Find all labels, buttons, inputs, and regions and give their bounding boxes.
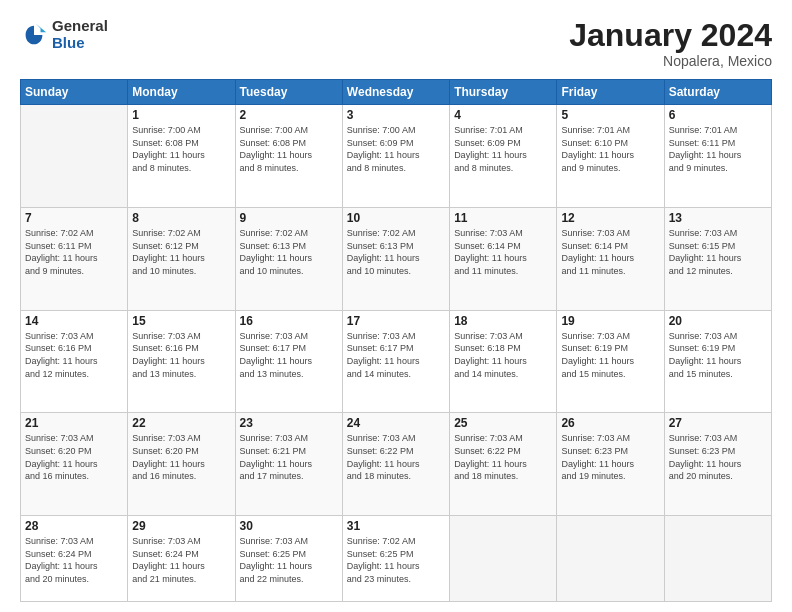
- table-row: 20Sunrise: 7:03 AM Sunset: 6:19 PM Dayli…: [664, 310, 771, 413]
- day-number: 12: [561, 211, 659, 225]
- day-info: Sunrise: 7:03 AM Sunset: 6:22 PM Dayligh…: [454, 432, 552, 482]
- day-number: 26: [561, 416, 659, 430]
- day-info: Sunrise: 7:03 AM Sunset: 6:20 PM Dayligh…: [25, 432, 123, 482]
- day-info: Sunrise: 7:00 AM Sunset: 6:09 PM Dayligh…: [347, 124, 445, 174]
- calendar-week-row: 7Sunrise: 7:02 AM Sunset: 6:11 PM Daylig…: [21, 207, 772, 310]
- day-number: 5: [561, 108, 659, 122]
- header-thursday: Thursday: [450, 80, 557, 105]
- day-info: Sunrise: 7:02 AM Sunset: 6:13 PM Dayligh…: [347, 227, 445, 277]
- table-row: [664, 516, 771, 602]
- calendar-week-row: 21Sunrise: 7:03 AM Sunset: 6:20 PM Dayli…: [21, 413, 772, 516]
- logo-general-text: General: [52, 18, 108, 35]
- calendar-location: Nopalera, Mexico: [569, 53, 772, 69]
- table-row: 25Sunrise: 7:03 AM Sunset: 6:22 PM Dayli…: [450, 413, 557, 516]
- day-number: 2: [240, 108, 338, 122]
- day-info: Sunrise: 7:03 AM Sunset: 6:19 PM Dayligh…: [669, 330, 767, 380]
- calendar-week-row: 1Sunrise: 7:00 AM Sunset: 6:08 PM Daylig…: [21, 105, 772, 208]
- table-row: 16Sunrise: 7:03 AM Sunset: 6:17 PM Dayli…: [235, 310, 342, 413]
- day-info: Sunrise: 7:02 AM Sunset: 6:12 PM Dayligh…: [132, 227, 230, 277]
- table-row: 28Sunrise: 7:03 AM Sunset: 6:24 PM Dayli…: [21, 516, 128, 602]
- table-row: 23Sunrise: 7:03 AM Sunset: 6:21 PM Dayli…: [235, 413, 342, 516]
- table-row: 31Sunrise: 7:02 AM Sunset: 6:25 PM Dayli…: [342, 516, 449, 602]
- day-info: Sunrise: 7:03 AM Sunset: 6:23 PM Dayligh…: [561, 432, 659, 482]
- day-number: 13: [669, 211, 767, 225]
- day-info: Sunrise: 7:03 AM Sunset: 6:22 PM Dayligh…: [347, 432, 445, 482]
- weekday-header-row: Sunday Monday Tuesday Wednesday Thursday…: [21, 80, 772, 105]
- day-info: Sunrise: 7:03 AM Sunset: 6:17 PM Dayligh…: [240, 330, 338, 380]
- day-info: Sunrise: 7:00 AM Sunset: 6:08 PM Dayligh…: [132, 124, 230, 174]
- logo: General Blue: [20, 18, 108, 51]
- page: General Blue January 2024 Nopalera, Mexi…: [0, 0, 792, 612]
- table-row: 1Sunrise: 7:00 AM Sunset: 6:08 PM Daylig…: [128, 105, 235, 208]
- calendar-title: January 2024: [569, 18, 772, 53]
- logo-blue-text: Blue: [52, 35, 108, 52]
- day-number: 14: [25, 314, 123, 328]
- table-row: 21Sunrise: 7:03 AM Sunset: 6:20 PM Dayli…: [21, 413, 128, 516]
- day-number: 10: [347, 211, 445, 225]
- day-info: Sunrise: 7:00 AM Sunset: 6:08 PM Dayligh…: [240, 124, 338, 174]
- day-info: Sunrise: 7:03 AM Sunset: 6:25 PM Dayligh…: [240, 535, 338, 585]
- day-info: Sunrise: 7:01 AM Sunset: 6:10 PM Dayligh…: [561, 124, 659, 174]
- table-row: 9Sunrise: 7:02 AM Sunset: 6:13 PM Daylig…: [235, 207, 342, 310]
- day-number: 8: [132, 211, 230, 225]
- day-number: 19: [561, 314, 659, 328]
- header-sunday: Sunday: [21, 80, 128, 105]
- table-row: 3Sunrise: 7:00 AM Sunset: 6:09 PM Daylig…: [342, 105, 449, 208]
- table-row: 17Sunrise: 7:03 AM Sunset: 6:17 PM Dayli…: [342, 310, 449, 413]
- table-row: 22Sunrise: 7:03 AM Sunset: 6:20 PM Dayli…: [128, 413, 235, 516]
- day-number: 9: [240, 211, 338, 225]
- table-row: 10Sunrise: 7:02 AM Sunset: 6:13 PM Dayli…: [342, 207, 449, 310]
- day-number: 20: [669, 314, 767, 328]
- table-row: 30Sunrise: 7:03 AM Sunset: 6:25 PM Dayli…: [235, 516, 342, 602]
- day-info: Sunrise: 7:01 AM Sunset: 6:11 PM Dayligh…: [669, 124, 767, 174]
- table-row: 12Sunrise: 7:03 AM Sunset: 6:14 PM Dayli…: [557, 207, 664, 310]
- day-info: Sunrise: 7:03 AM Sunset: 6:14 PM Dayligh…: [561, 227, 659, 277]
- day-number: 1: [132, 108, 230, 122]
- table-row: 29Sunrise: 7:03 AM Sunset: 6:24 PM Dayli…: [128, 516, 235, 602]
- header-saturday: Saturday: [664, 80, 771, 105]
- day-info: Sunrise: 7:02 AM Sunset: 6:25 PM Dayligh…: [347, 535, 445, 585]
- day-number: 15: [132, 314, 230, 328]
- day-info: Sunrise: 7:02 AM Sunset: 6:11 PM Dayligh…: [25, 227, 123, 277]
- day-number: 7: [25, 211, 123, 225]
- table-row: 2Sunrise: 7:00 AM Sunset: 6:08 PM Daylig…: [235, 105, 342, 208]
- calendar-table: Sunday Monday Tuesday Wednesday Thursday…: [20, 79, 772, 602]
- table-row: 5Sunrise: 7:01 AM Sunset: 6:10 PM Daylig…: [557, 105, 664, 208]
- day-info: Sunrise: 7:03 AM Sunset: 6:16 PM Dayligh…: [132, 330, 230, 380]
- table-row: 14Sunrise: 7:03 AM Sunset: 6:16 PM Dayli…: [21, 310, 128, 413]
- day-number: 6: [669, 108, 767, 122]
- day-number: 22: [132, 416, 230, 430]
- calendar-week-row: 28Sunrise: 7:03 AM Sunset: 6:24 PM Dayli…: [21, 516, 772, 602]
- day-info: Sunrise: 7:03 AM Sunset: 6:14 PM Dayligh…: [454, 227, 552, 277]
- table-row: 18Sunrise: 7:03 AM Sunset: 6:18 PM Dayli…: [450, 310, 557, 413]
- day-number: 16: [240, 314, 338, 328]
- table-row: 27Sunrise: 7:03 AM Sunset: 6:23 PM Dayli…: [664, 413, 771, 516]
- day-number: 24: [347, 416, 445, 430]
- day-number: 3: [347, 108, 445, 122]
- table-row: [21, 105, 128, 208]
- header: General Blue January 2024 Nopalera, Mexi…: [20, 18, 772, 69]
- day-info: Sunrise: 7:02 AM Sunset: 6:13 PM Dayligh…: [240, 227, 338, 277]
- day-info: Sunrise: 7:03 AM Sunset: 6:16 PM Dayligh…: [25, 330, 123, 380]
- logo-text: General Blue: [52, 18, 108, 51]
- day-number: 4: [454, 108, 552, 122]
- logo-icon: [20, 21, 48, 49]
- header-monday: Monday: [128, 80, 235, 105]
- calendar-week-row: 14Sunrise: 7:03 AM Sunset: 6:16 PM Dayli…: [21, 310, 772, 413]
- day-info: Sunrise: 7:03 AM Sunset: 6:19 PM Dayligh…: [561, 330, 659, 380]
- day-number: 21: [25, 416, 123, 430]
- day-number: 11: [454, 211, 552, 225]
- day-number: 29: [132, 519, 230, 533]
- table-row: 24Sunrise: 7:03 AM Sunset: 6:22 PM Dayli…: [342, 413, 449, 516]
- table-row: [450, 516, 557, 602]
- day-number: 18: [454, 314, 552, 328]
- table-row: 8Sunrise: 7:02 AM Sunset: 6:12 PM Daylig…: [128, 207, 235, 310]
- table-row: 15Sunrise: 7:03 AM Sunset: 6:16 PM Dayli…: [128, 310, 235, 413]
- day-number: 25: [454, 416, 552, 430]
- header-wednesday: Wednesday: [342, 80, 449, 105]
- day-info: Sunrise: 7:01 AM Sunset: 6:09 PM Dayligh…: [454, 124, 552, 174]
- table-row: 7Sunrise: 7:02 AM Sunset: 6:11 PM Daylig…: [21, 207, 128, 310]
- table-row: 19Sunrise: 7:03 AM Sunset: 6:19 PM Dayli…: [557, 310, 664, 413]
- day-number: 27: [669, 416, 767, 430]
- day-info: Sunrise: 7:03 AM Sunset: 6:24 PM Dayligh…: [132, 535, 230, 585]
